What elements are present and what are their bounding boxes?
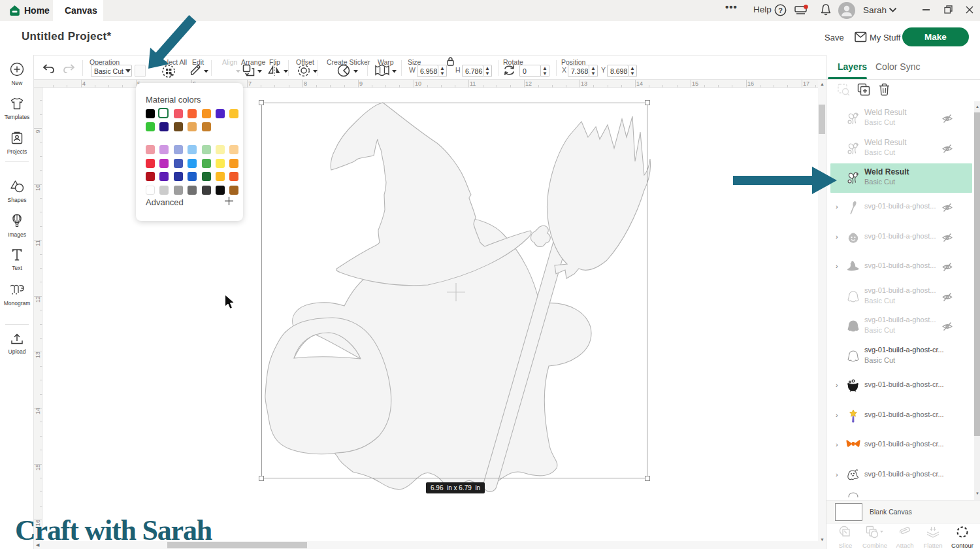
svg-text:?: ? bbox=[778, 7, 783, 14]
